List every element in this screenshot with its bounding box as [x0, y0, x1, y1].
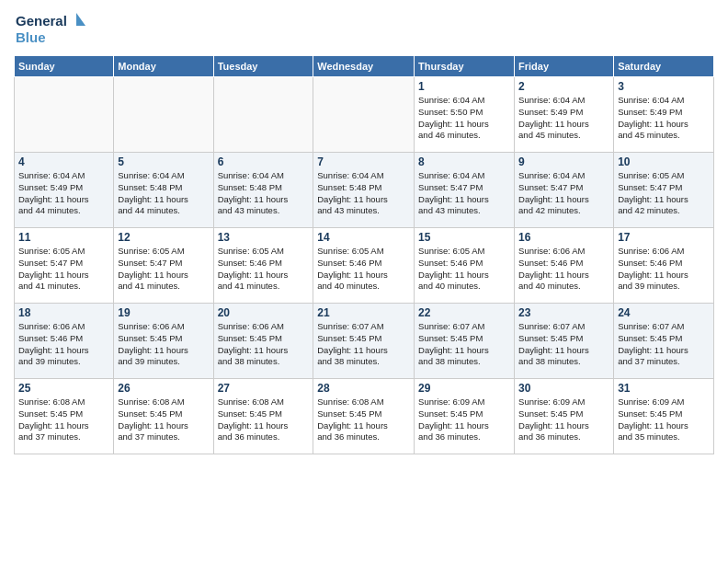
calendar-cell: 21Sunrise: 6:07 AM Sunset: 5:45 PM Dayli…: [313, 304, 415, 379]
calendar-cell: 27Sunrise: 6:08 AM Sunset: 5:45 PM Dayli…: [213, 379, 313, 454]
day-of-week-header: Tuesday: [213, 56, 313, 77]
day-of-week-header: Saturday: [614, 56, 714, 77]
header: General Blue: [14, 9, 714, 48]
day-number: 9: [518, 155, 609, 168]
day-number: 3: [618, 80, 710, 93]
day-number: 1: [418, 80, 510, 93]
calendar-cell: 30Sunrise: 6:09 AM Sunset: 5:45 PM Dayli…: [515, 379, 614, 454]
day-number: 21: [317, 306, 410, 319]
calendar-cell: 23Sunrise: 6:07 AM Sunset: 5:45 PM Dayli…: [515, 304, 614, 379]
calendar-week-row: 4Sunrise: 6:04 AM Sunset: 5:49 PM Daylig…: [15, 153, 714, 228]
day-number: 14: [317, 231, 410, 244]
calendar-cell: 26Sunrise: 6:08 AM Sunset: 5:45 PM Dayli…: [114, 379, 213, 454]
day-number: 30: [518, 382, 609, 395]
day-info: Sunrise: 6:08 AM Sunset: 5:45 PM Dayligh…: [118, 396, 209, 443]
calendar-cell: 2Sunrise: 6:04 AM Sunset: 5:49 PM Daylig…: [515, 77, 614, 153]
day-info: Sunrise: 6:06 AM Sunset: 5:46 PM Dayligh…: [518, 246, 609, 293]
day-info: Sunrise: 6:07 AM Sunset: 5:45 PM Dayligh…: [518, 321, 609, 368]
day-info: Sunrise: 6:06 AM Sunset: 5:45 PM Dayligh…: [218, 321, 310, 368]
calendar-cell: 5Sunrise: 6:04 AM Sunset: 5:48 PM Daylig…: [114, 153, 213, 228]
day-number: 25: [18, 382, 109, 395]
day-info: Sunrise: 6:09 AM Sunset: 5:45 PM Dayligh…: [518, 396, 609, 443]
day-number: 28: [317, 382, 410, 395]
day-number: 17: [618, 231, 710, 244]
calendar-cell: 28Sunrise: 6:08 AM Sunset: 5:45 PM Dayli…: [313, 379, 415, 454]
calendar: SundayMondayTuesdayWednesdayThursdayFrid…: [14, 55, 714, 454]
day-number: 4: [18, 155, 109, 168]
day-info: Sunrise: 6:05 AM Sunset: 5:46 PM Dayligh…: [218, 246, 310, 293]
day-number: 13: [218, 231, 310, 244]
calendar-cell: [213, 77, 313, 153]
logo: General Blue: [14, 9, 87, 48]
svg-text:General: General: [16, 13, 67, 29]
calendar-cell: 10Sunrise: 6:05 AM Sunset: 5:47 PM Dayli…: [614, 153, 714, 228]
day-of-week-header: Sunday: [15, 56, 114, 77]
day-of-week-header: Thursday: [415, 56, 515, 77]
day-info: Sunrise: 6:07 AM Sunset: 5:45 PM Dayligh…: [317, 321, 410, 368]
day-info: Sunrise: 6:07 AM Sunset: 5:45 PM Dayligh…: [618, 321, 710, 368]
day-number: 20: [218, 306, 310, 319]
day-number: 27: [218, 382, 310, 395]
calendar-week-row: 11Sunrise: 6:05 AM Sunset: 5:47 PM Dayli…: [15, 228, 714, 304]
day-info: Sunrise: 6:06 AM Sunset: 5:46 PM Dayligh…: [618, 246, 710, 293]
calendar-cell: 15Sunrise: 6:05 AM Sunset: 5:46 PM Dayli…: [415, 228, 515, 304]
calendar-week-row: 1Sunrise: 6:04 AM Sunset: 5:50 PM Daylig…: [15, 77, 714, 153]
calendar-cell: 25Sunrise: 6:08 AM Sunset: 5:45 PM Dayli…: [15, 379, 114, 454]
calendar-cell: 6Sunrise: 6:04 AM Sunset: 5:48 PM Daylig…: [213, 153, 313, 228]
calendar-cell: 22Sunrise: 6:07 AM Sunset: 5:45 PM Dayli…: [415, 304, 515, 379]
day-info: Sunrise: 6:04 AM Sunset: 5:48 PM Dayligh…: [218, 170, 310, 217]
day-number: 23: [518, 306, 609, 319]
day-number: 5: [118, 155, 209, 168]
day-info: Sunrise: 6:05 AM Sunset: 5:47 PM Dayligh…: [618, 170, 710, 217]
calendar-cell: 8Sunrise: 6:04 AM Sunset: 5:47 PM Daylig…: [415, 153, 515, 228]
calendar-cell: 31Sunrise: 6:09 AM Sunset: 5:45 PM Dayli…: [614, 379, 714, 454]
day-number: 2: [518, 80, 609, 93]
calendar-cell: [313, 77, 415, 153]
calendar-cell: 1Sunrise: 6:04 AM Sunset: 5:50 PM Daylig…: [415, 77, 515, 153]
day-info: Sunrise: 6:04 AM Sunset: 5:48 PM Dayligh…: [317, 170, 410, 217]
day-number: 31: [618, 382, 710, 395]
day-of-week-header: Wednesday: [313, 56, 415, 77]
calendar-cell: 14Sunrise: 6:05 AM Sunset: 5:46 PM Dayli…: [313, 228, 415, 304]
day-info: Sunrise: 6:04 AM Sunset: 5:47 PM Dayligh…: [518, 170, 609, 217]
day-number: 16: [518, 231, 609, 244]
calendar-cell: 9Sunrise: 6:04 AM Sunset: 5:47 PM Daylig…: [515, 153, 614, 228]
day-number: 26: [118, 382, 209, 395]
calendar-cell: 24Sunrise: 6:07 AM Sunset: 5:45 PM Dayli…: [614, 304, 714, 379]
calendar-cell: 29Sunrise: 6:09 AM Sunset: 5:45 PM Dayli…: [415, 379, 515, 454]
calendar-week-row: 18Sunrise: 6:06 AM Sunset: 5:46 PM Dayli…: [15, 304, 714, 379]
day-info: Sunrise: 6:04 AM Sunset: 5:49 PM Dayligh…: [18, 170, 109, 217]
day-info: Sunrise: 6:05 AM Sunset: 5:46 PM Dayligh…: [317, 246, 410, 293]
calendar-cell: 17Sunrise: 6:06 AM Sunset: 5:46 PM Dayli…: [614, 228, 714, 304]
calendar-cell: 13Sunrise: 6:05 AM Sunset: 5:46 PM Dayli…: [213, 228, 313, 304]
day-info: Sunrise: 6:04 AM Sunset: 5:48 PM Dayligh…: [118, 170, 209, 217]
calendar-cell: 3Sunrise: 6:04 AM Sunset: 5:49 PM Daylig…: [614, 77, 714, 153]
day-number: 7: [317, 155, 410, 168]
calendar-week-row: 25Sunrise: 6:08 AM Sunset: 5:45 PM Dayli…: [15, 379, 714, 454]
day-number: 10: [618, 155, 710, 168]
svg-text:Blue: Blue: [16, 29, 46, 45]
calendar-cell: 11Sunrise: 6:05 AM Sunset: 5:47 PM Dayli…: [15, 228, 114, 304]
day-info: Sunrise: 6:08 AM Sunset: 5:45 PM Dayligh…: [317, 396, 410, 443]
day-info: Sunrise: 6:04 AM Sunset: 5:50 PM Dayligh…: [418, 95, 510, 142]
day-info: Sunrise: 6:07 AM Sunset: 5:45 PM Dayligh…: [418, 321, 510, 368]
day-info: Sunrise: 6:04 AM Sunset: 5:47 PM Dayligh…: [418, 170, 510, 217]
calendar-cell: [15, 77, 114, 153]
day-number: 19: [118, 306, 209, 319]
day-number: 29: [418, 382, 510, 395]
calendar-cell: 16Sunrise: 6:06 AM Sunset: 5:46 PM Dayli…: [515, 228, 614, 304]
day-info: Sunrise: 6:09 AM Sunset: 5:45 PM Dayligh…: [418, 396, 510, 443]
calendar-cell: [114, 77, 213, 153]
day-info: Sunrise: 6:08 AM Sunset: 5:45 PM Dayligh…: [218, 396, 310, 443]
day-info: Sunrise: 6:05 AM Sunset: 5:47 PM Dayligh…: [118, 246, 209, 293]
day-info: Sunrise: 6:05 AM Sunset: 5:47 PM Dayligh…: [18, 246, 109, 293]
day-number: 11: [18, 231, 109, 244]
day-info: Sunrise: 6:08 AM Sunset: 5:45 PM Dayligh…: [18, 396, 109, 443]
calendar-header-row: SundayMondayTuesdayWednesdayThursdayFrid…: [15, 56, 714, 77]
day-info: Sunrise: 6:04 AM Sunset: 5:49 PM Dayligh…: [518, 95, 609, 142]
calendar-cell: 20Sunrise: 6:06 AM Sunset: 5:45 PM Dayli…: [213, 304, 313, 379]
day-info: Sunrise: 6:09 AM Sunset: 5:45 PM Dayligh…: [618, 396, 710, 443]
day-info: Sunrise: 6:04 AM Sunset: 5:49 PM Dayligh…: [618, 95, 710, 142]
calendar-cell: 4Sunrise: 6:04 AM Sunset: 5:49 PM Daylig…: [15, 153, 114, 228]
calendar-cell: 12Sunrise: 6:05 AM Sunset: 5:47 PM Dayli…: [114, 228, 213, 304]
